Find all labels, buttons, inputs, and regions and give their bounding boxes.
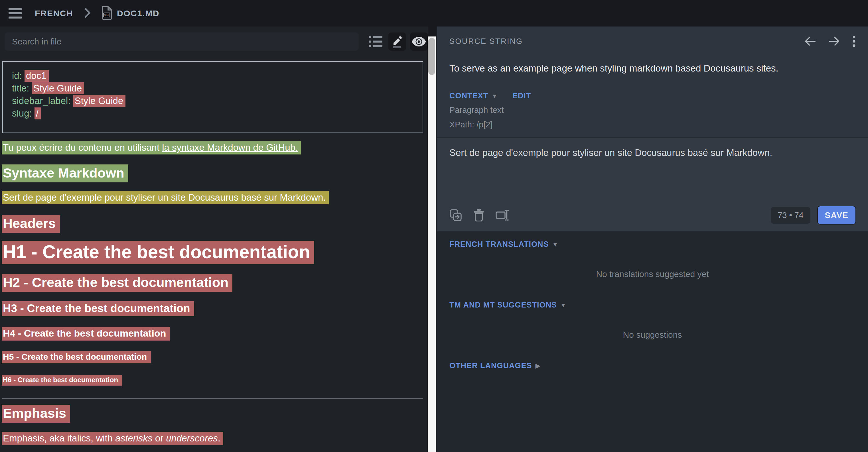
- string-intro-paragraph[interactable]: Tu peux écrire du contenu en utilisant l…: [2, 142, 428, 153]
- string-heading-syntax[interactable]: Syntaxe Markdown: [2, 165, 428, 181]
- breadcrumb-file[interactable]: DOC1.MD: [117, 8, 159, 18]
- top-bar: FRENCH M↓ DOC1.MD: [0, 0, 868, 27]
- app-window: FRENCH M↓ DOC1.MD: [0, 0, 868, 452]
- copy-source-icon[interactable]: [450, 209, 462, 221]
- translation-editor: Sert de page d'exemple pour styliser un …: [437, 137, 868, 231]
- breadcrumb-project[interactable]: FRENCH: [35, 8, 73, 18]
- string-frontmatter-id[interactable]: doc1: [25, 70, 49, 82]
- search-input[interactable]: [5, 32, 359, 51]
- markdown-file-icon: M↓: [101, 6, 112, 21]
- chevron-down-icon: ▼: [492, 93, 498, 99]
- suggestions-area: FRENCH TRANSLATIONS▼ No translations sug…: [437, 231, 868, 370]
- frontmatter-row[interactable]: title: Style Guide: [12, 83, 417, 94]
- string-frontmatter-sidebar-label[interactable]: Style Guide: [73, 95, 126, 107]
- document-content: id: doc1 title: Style Guide sidebar_labe…: [0, 61, 428, 452]
- frontmatter-row[interactable]: sidebar_label: Style Guide: [12, 95, 417, 106]
- string-heading-emphasis[interactable]: Emphasis: [2, 405, 428, 421]
- source-string-section: SOURCE STRING To serve as an example pag…: [437, 27, 868, 137]
- string-heading-headers[interactable]: Headers: [2, 216, 428, 231]
- save-button[interactable]: SAVE: [818, 206, 856, 224]
- chevron-down-icon: ▼: [560, 302, 567, 309]
- scrollbar-thumb[interactable]: [428, 38, 435, 75]
- context-xpath: XPath: /p[2]: [450, 120, 856, 129]
- search-row: [0, 27, 428, 53]
- char-counter: 73 • 74: [771, 207, 810, 224]
- edit-mode-icon[interactable]: [389, 32, 406, 51]
- previous-string-icon[interactable]: [805, 36, 815, 46]
- string-frontmatter-title[interactable]: Style Guide: [32, 83, 84, 94]
- preview-eye-icon[interactable]: [410, 32, 428, 51]
- section-other-languages[interactable]: OTHER LANGUAGES▶: [450, 361, 856, 370]
- frontmatter-box: id: doc1 title: Style Guide sidebar_labe…: [2, 61, 423, 133]
- rename-field-icon[interactable]: [496, 209, 509, 221]
- string-frontmatter-slug[interactable]: /: [34, 107, 41, 120]
- next-string-icon[interactable]: [829, 36, 839, 46]
- context-type: Paragraph text: [450, 105, 856, 115]
- document-panel: id: doc1 title: Style Guide sidebar_labe…: [0, 27, 428, 452]
- string-h2-example[interactable]: H2 - Create the best documentation: [2, 275, 428, 290]
- frontmatter-row[interactable]: id: doc1: [12, 70, 417, 81]
- context-dropdown[interactable]: CONTEXT: [450, 92, 488, 100]
- string-h4-example[interactable]: H4 - Create the best documentation: [2, 328, 428, 339]
- frontmatter-row[interactable]: slug: /: [12, 108, 417, 119]
- string-h5-example[interactable]: H5 - Create the best documentation: [2, 352, 428, 362]
- source-string-text: To serve as an example page when styling…: [450, 63, 856, 74]
- source-string-title: SOURCE STRING: [450, 37, 523, 46]
- string-h6-example[interactable]: H6 - Create the best documentation: [2, 376, 428, 384]
- translations-empty-state: No translations suggested yet: [450, 269, 856, 279]
- chevron-down-icon: ▼: [552, 241, 558, 248]
- menu-icon[interactable]: [8, 8, 22, 19]
- more-options-icon[interactable]: [852, 36, 856, 47]
- chevron-right-icon: ▶: [535, 362, 541, 369]
- translation-toolbar: 73 • 74 SAVE: [450, 206, 856, 224]
- context-edit-button[interactable]: EDIT: [513, 92, 531, 100]
- string-emphasis-italic[interactable]: Emphasis, aka italics, with asterisks or…: [2, 433, 428, 444]
- section-french-translations[interactable]: FRENCH TRANSLATIONS▼: [450, 240, 856, 249]
- tm-empty-state: No suggestions: [450, 330, 856, 340]
- translation-input[interactable]: Sert de page d'exemple pour styliser un …: [450, 147, 856, 159]
- string-selected-paragraph[interactable]: Sert de page d'exemple pour styliser un …: [2, 192, 428, 203]
- string-h1-example[interactable]: H1 - Create the best documentation: [2, 241, 428, 262]
- delete-translation-icon[interactable]: [473, 209, 484, 221]
- github-markdown-link[interactable]: la syntaxe Markdown de GitHub.: [162, 142, 298, 153]
- translation-sidebar: SOURCE STRING To serve as an example pag…: [436, 27, 868, 452]
- horizontal-rule: [2, 398, 423, 399]
- string-list-icon[interactable]: [367, 33, 384, 50]
- document-scrollbar[interactable]: [428, 36, 436, 452]
- section-tm-mt-suggestions[interactable]: TM AND MT SUGGESTIONS▼: [450, 301, 856, 310]
- svg-text:M↓: M↓: [104, 13, 110, 17]
- string-h3-example[interactable]: H3 - Create the best documentation: [2, 302, 428, 315]
- chevron-right-icon: [84, 8, 91, 19]
